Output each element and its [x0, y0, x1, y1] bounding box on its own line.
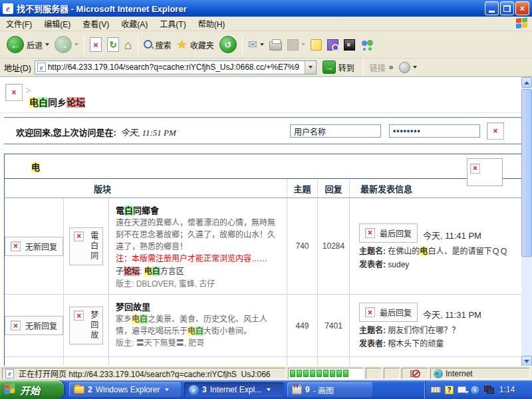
mail-dropdown-icon [260, 43, 264, 46]
forum-icon-placeholder: 電白同 [69, 227, 102, 265]
messenger-note-button[interactable] [308, 38, 325, 52]
category-title[interactable]: 电 [31, 160, 40, 173]
favorites-button[interactable]: ★ 收藏夹 [174, 37, 217, 52]
forum-info-cell: 梦回故里 家乡电白之美景、美食、历史文化、风土人情，遍寻吃喝玩乐于电白大街小巷间… [108, 295, 287, 356]
forum-row-partial [5, 357, 521, 366]
flashget-button[interactable]: » [341, 38, 358, 52]
window-title: 找不到服务器 - Microsoft Internet Explorer [17, 2, 483, 15]
last-reply-button[interactable]: 最后回复 [359, 303, 418, 322]
forward-button[interactable]: → [52, 35, 81, 55]
breadcrumb-chevron: > [25, 85, 31, 96]
last-topic-link[interactable]: 在佛山的电白人．是的请留下ＱＱ [388, 247, 507, 256]
forum-icon-cell: 梦回故 [63, 295, 108, 356]
window-switch-icon[interactable] [458, 386, 466, 393]
book-search-icon [327, 39, 338, 51]
keyboard-layout-icon[interactable] [430, 386, 441, 393]
addon-button[interactable] [396, 61, 420, 74]
forum-title-link[interactable]: 電白同鄉會 [116, 203, 280, 216]
search-button[interactable]: 搜索 [141, 38, 174, 52]
vertical-scrollbar[interactable] [521, 77, 532, 366]
menu-favorites[interactable]: 收藏(A) [115, 17, 154, 31]
status-pane-empty [384, 368, 400, 379]
replies-count: 7401 [317, 295, 349, 356]
network-icon[interactable] [484, 386, 494, 394]
group-dropdown-icon[interactable] [165, 388, 169, 391]
address-input[interactable] [48, 63, 305, 72]
refresh-button[interactable]: ↻ [104, 36, 122, 53]
group-dropdown-icon[interactable] [267, 388, 271, 391]
scroll-down-button[interactable] [521, 356, 532, 366]
close-button[interactable]: × [515, 1, 529, 15]
status-bar: e 正在打开网页 http://64.233.179.104/search?q=… [0, 366, 532, 380]
folder-icon [74, 386, 84, 394]
broken-image-icon [365, 228, 375, 238]
subforum-link[interactable]: 子论坛: 电白方言区 [116, 265, 280, 278]
site-title[interactable]: 电白同乡论坛 [29, 95, 85, 108]
go-label: 转到 [338, 62, 354, 73]
username-input[interactable] [290, 124, 381, 138]
back-label: 后退 [27, 39, 43, 51]
menu-tools[interactable]: 工具(T) [154, 17, 192, 31]
minimize-button[interactable] [485, 1, 499, 15]
last-poster-link[interactable]: 榕木头下的顽童 [388, 339, 444, 348]
start-button[interactable]: 开始 [0, 380, 64, 399]
last-post-time: 今天, 11:31 PM [423, 308, 481, 322]
history-button[interactable]: ↺ [217, 35, 239, 55]
scroll-up-button[interactable] [521, 77, 532, 88]
password-input[interactable] [389, 124, 480, 138]
hide-icons-chevron[interactable]: ‹ [470, 385, 480, 395]
page-icon: e [37, 63, 46, 72]
menu-edit[interactable]: 编辑(E) [38, 17, 76, 31]
taskbar-button-explorer[interactable]: 2 Windows Explorer [69, 382, 181, 397]
address-dropdown-button[interactable] [305, 61, 316, 74]
last-reply-button[interactable]: 最后回复 [359, 223, 418, 243]
last-poster-link[interactable]: sudey [388, 260, 409, 269]
menu-help[interactable]: 帮助(H) [192, 17, 231, 31]
forum-row: 无新回复 電白同 電白同鄉會 遠在天涯的異鄉人，懷著漂泊的心情，無時無刻不在思念… [5, 198, 521, 295]
divider [0, 112, 521, 113]
security-zone-label: Internet [446, 369, 473, 378]
tray-clock[interactable]: 1:14 [499, 385, 515, 394]
status-loading-pane: e 正在打开网页 http://64.233.179.104/search?q=… [2, 368, 286, 379]
restore-button[interactable] [500, 1, 514, 15]
back-dropdown-icon[interactable] [45, 43, 49, 46]
menu-file[interactable]: 文件(F) [0, 17, 38, 31]
back-icon: ← [7, 36, 24, 53]
back-button[interactable]: ← 后退 [4, 35, 52, 55]
broken-image-icon [74, 311, 84, 321]
home-button[interactable]: ⌂ [122, 37, 134, 53]
progress-block [290, 370, 295, 377]
scrollbar-thumb[interactable] [521, 89, 532, 257]
print-button[interactable] [267, 37, 285, 52]
menu-view[interactable]: 查看(V) [76, 17, 115, 31]
links-chevron-icon[interactable]: » [389, 63, 394, 72]
refresh-icon: ↻ [107, 37, 119, 52]
header-forum: 版块 [5, 179, 287, 198]
menu-bar: 文件(F) 编辑(E) 查看(V) 收藏(A) 工具(T) 帮助(H) [0, 17, 532, 31]
forum-title-link[interactable]: 梦回故里 [116, 300, 280, 313]
address-label: 地址(D) [4, 62, 31, 73]
window-count: 9 [305, 385, 310, 394]
login-broken-image-button[interactable] [487, 122, 504, 140]
last-reply-label: 最后回复 [380, 307, 412, 318]
last-topic-link[interactable]: 朋友们你们在哪？？ [388, 326, 460, 335]
research-button[interactable] [325, 38, 341, 52]
progress-block [330, 370, 335, 377]
forum-moderators: 版主: 〓天下無雙〓, 肥哥 [116, 337, 280, 349]
edit-icon [287, 39, 299, 51]
internet-globe-icon [434, 369, 443, 378]
flashget-icon: » [344, 39, 355, 51]
ime-help-icon[interactable]: ? [445, 386, 454, 394]
stop-button[interactable]: × [87, 36, 104, 53]
taskbar-button-ie[interactable]: e 3 Internet Expl... [184, 382, 284, 397]
go-button[interactable]: → 转到 [320, 59, 357, 75]
edit-button[interactable] [285, 38, 308, 52]
ie-window-icon: e [3, 3, 13, 14]
last-post-cell: 最后回复 今天, 11:31 PM 主题名: 朋友们你们在哪？？ 发表者: 榕木… [349, 295, 521, 356]
messenger-button[interactable] [358, 38, 376, 52]
no-new-reply-label: 无新回复 [25, 320, 57, 331]
mail-button[interactable]: ✉ [245, 38, 267, 52]
forum-icon-alt-text: 梦回故 [88, 311, 98, 340]
taskbar-button-label: Windows Explorer [96, 385, 160, 394]
taskbar-button-paint[interactable]: 9 - 画图 [287, 382, 372, 397]
